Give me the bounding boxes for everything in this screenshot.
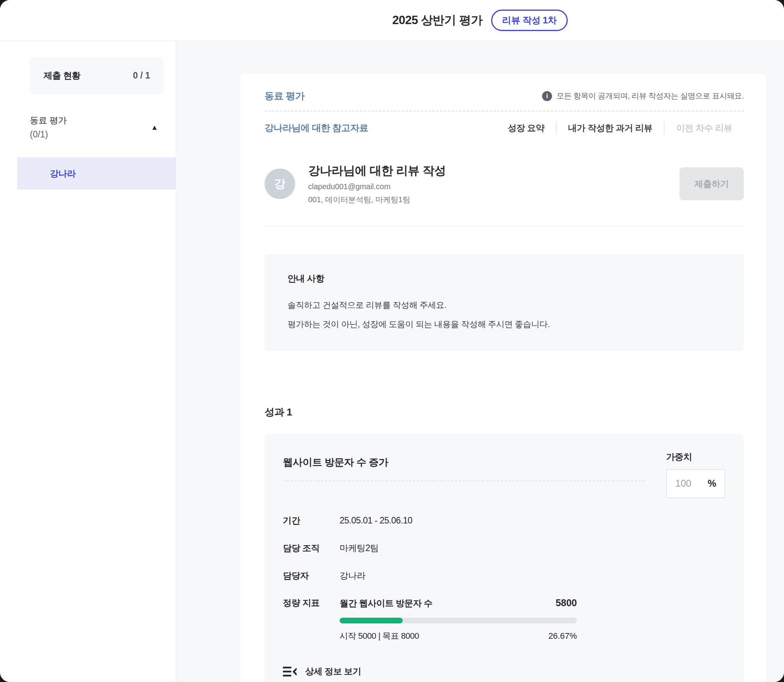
metric-name: 월간 웹사이트 방문자 수: [340, 597, 433, 609]
weight-label: 가중치: [666, 451, 725, 463]
top-header: 2025 상반기 평가 리뷰 작성 1차: [0, 0, 784, 41]
tab-my-past-reviews[interactable]: 내가 작성한 과거 리뷰: [557, 122, 664, 134]
metric-percent: 26.67%: [548, 631, 577, 641]
content-area: 동료 평가 i 모든 항목이 공개되며, 리뷰 작성자는 실명으로 표시돼요. …: [176, 41, 784, 682]
section-title: 동료 평가: [265, 90, 304, 102]
goal-section-heading: 성과 1: [265, 406, 744, 419]
submission-status-label: 제출 현황: [44, 70, 80, 82]
avatar: 강: [265, 168, 295, 199]
app-window: 2025 상반기 평가 리뷰 작성 1차 제출 현황 0 / 1 동료 평가 (…: [0, 0, 784, 682]
guide-line: 평가하는 것이 아닌, 성장에 도움이 되는 내용을 작성해 주시면 좋습니다.: [287, 318, 721, 330]
reference-row: 강나라님에 대한 참고자료 성장 요약 내가 작성한 과거 리뷰 이전 차수 리…: [265, 111, 744, 144]
field-label: 정량 지표: [283, 597, 340, 642]
guide-box: 안내 사항 솔직하고 건설적으로 리뷰를 작성해 주세요. 평가하는 것이 아닌…: [265, 254, 744, 351]
metric-progress-bar: [340, 618, 577, 623]
submission-status-count: 0 / 1: [133, 70, 150, 81]
reviewee-profile-row: 강 강나라님에 대한 리뷰 작성 clapedu001@gmail.com 00…: [265, 144, 744, 227]
reviewee-org: 001, 데이터분석팀, 마케팅1팀: [308, 195, 679, 205]
tab-growth-summary[interactable]: 성장 요약: [496, 122, 556, 134]
sidebar-section-peer-review[interactable]: 동료 평가 (0/1) ▲: [30, 114, 158, 140]
view-details-label: 상세 정보 보기: [305, 666, 361, 677]
field-label: 담당 조직: [283, 543, 340, 554]
guide-title: 안내 사항: [287, 273, 721, 285]
goal-title: 웹사이트 방문자 수 증가: [283, 456, 388, 468]
field-label: 담당자: [283, 570, 340, 582]
field-value: 강나라: [340, 570, 366, 582]
view-details-link[interactable]: 상세 정보 보기: [283, 666, 361, 677]
section-header-row: 동료 평가 i 모든 항목이 공개되며, 리뷰 작성자는 실명으로 표시돼요.: [265, 90, 744, 111]
visibility-notice: i 모든 항목이 공개되며, 리뷰 작성자는 실명으로 표시돼요.: [542, 91, 744, 101]
reviewee-title: 강나라님에 대한 리뷰 작성: [308, 163, 679, 179]
weight-input[interactable]: 100 %: [666, 469, 725, 498]
field-row-owner: 담당자 강나라: [283, 570, 725, 582]
weight-field: 가중치 100 %: [666, 451, 725, 498]
review-card: 동료 평가 i 모든 항목이 공개되며, 리뷰 작성자는 실명으로 표시돼요. …: [239, 73, 767, 682]
visibility-notice-text: 모든 항목이 공개되며, 리뷰 작성자는 실명으로 표시돼요.: [557, 91, 744, 101]
field-row-org: 담당 조직 마케팅2팀: [283, 543, 725, 554]
submit-button[interactable]: 제출하기: [679, 167, 744, 200]
metric-block: 월간 웹사이트 방문자 수 5800 시작 5000 | 목표 8000 26.…: [340, 597, 577, 642]
sidebar: 제출 현황 0 / 1 동료 평가 (0/1) ▲ 강나라: [0, 41, 176, 682]
sidebar-section-count: (0/1): [30, 129, 67, 140]
metric-current-value: 5800: [555, 597, 577, 608]
field-value: 25.05.01 - 25.06.10: [340, 515, 412, 527]
sidebar-item-reviewee[interactable]: 강나라: [17, 157, 176, 190]
tab-previous-round-reviews: 이전 차수 리뷰: [665, 122, 744, 134]
goal-card: 웹사이트 방문자 수 증가 가중치 100 % 기간: [265, 433, 744, 682]
sidebar-section-label: 동료 평가: [30, 114, 67, 126]
metric-progress-fill: [340, 618, 403, 623]
field-value: 마케팅2팀: [340, 543, 379, 554]
submission-status-card: 제출 현황 0 / 1: [30, 57, 164, 95]
reference-title: 강나라님에 대한 참고자료: [265, 122, 368, 134]
weight-unit: %: [708, 478, 716, 489]
guide-line: 솔직하고 건설적으로 리뷰를 작성해 주세요.: [287, 299, 721, 311]
goal-title-wrap: 웹사이트 방문자 수 증가: [283, 451, 645, 481]
page-title: 2025 상반기 평가: [392, 12, 483, 28]
review-round-badge: 리뷰 작성 1차: [491, 10, 568, 31]
reviewee-email: clapedu001@gmail.com: [308, 182, 679, 191]
field-label: 기간: [283, 515, 340, 527]
weight-value: 100: [675, 478, 691, 489]
field-row-period: 기간 25.05.01 - 25.06.10: [283, 515, 725, 527]
sidebar-item-label: 강나라: [50, 168, 76, 180]
info-icon: i: [542, 91, 552, 101]
detail-list-icon: [283, 666, 297, 677]
field-row-metric: 정량 지표 월간 웹사이트 방문자 수 5800 시작: [283, 597, 725, 642]
metric-range: 시작 5000 | 목표 8000: [340, 630, 419, 642]
reference-tabs: 성장 요약 내가 작성한 과거 리뷰 이전 차수 리뷰: [496, 121, 744, 134]
chevron-up-icon[interactable]: ▲: [151, 124, 158, 131]
